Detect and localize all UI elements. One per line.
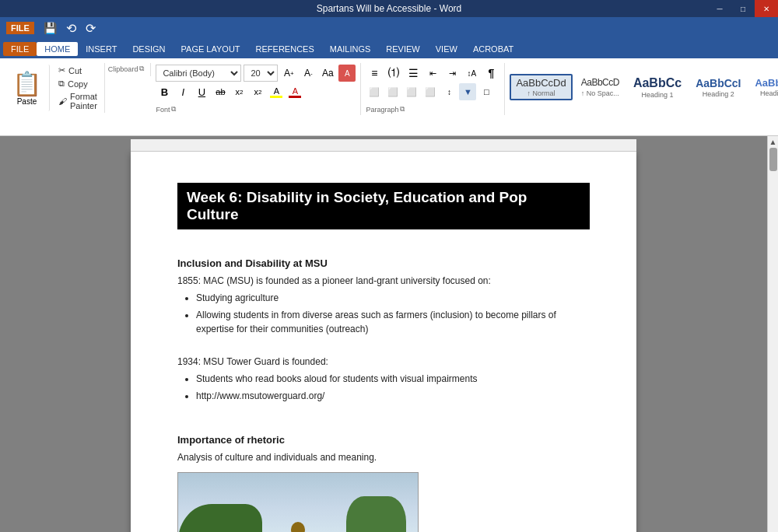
style-no-spacing[interactable]: AaBbCcD ↑ No Spac... <box>576 75 625 100</box>
section-gap-1 <box>177 245 590 257</box>
clipboard-group: 📋 Paste ✂ Cut ⧉ Copy 🖌 Format Painter <box>3 63 105 113</box>
menu-page-layout[interactable]: PAGE LAYOUT <box>173 42 248 56</box>
font-size-select[interactable]: 20 81012141618 <box>244 65 278 82</box>
style-heading3[interactable]: AaBbCcI Heading 3 <box>749 75 778 100</box>
format-painter-button[interactable]: 🖌 Format Painter <box>56 91 100 111</box>
scroll-up-arrow[interactable]: ▲ <box>769 138 777 146</box>
bullets-button[interactable]: ≡ <box>366 65 383 82</box>
section-1-para-1: 1855: MAC (MSU) is founded as a pioneer … <box>177 274 590 288</box>
no-spacing-preview: AaBbCcD <box>581 77 619 89</box>
document-scroll-area: Week 6: Disability in Society, Education… <box>0 136 767 532</box>
menu-mailings[interactable]: MAILINGS <box>322 42 379 56</box>
change-case-button[interactable]: Aa <box>319 65 336 82</box>
ruler <box>131 139 636 152</box>
section-1-para-2: 1934: MSU Tower Guard is founded: <box>177 355 590 369</box>
line-spacing-button[interactable]: ↕ <box>440 83 457 100</box>
copy-icon: ⧉ <box>58 79 65 89</box>
align-right-button[interactable]: ⬜ <box>403 83 420 100</box>
font-expand-icon[interactable]: ⧉ <box>171 105 176 114</box>
section-1-bullets-2: Students who read books aloud for studen… <box>196 372 590 403</box>
bullet-2-1: Students who read books aloud for studen… <box>196 372 590 386</box>
underline-button[interactable]: U <box>193 83 210 100</box>
paragraph-group: ≡ ⑴ ☰ ⇤ ⇥ ↕A ¶ ⬜ ⬜ ⬜ ⬜ ↕ ▼ □ Paragraph ⧉ <box>361 63 505 115</box>
menu-view[interactable]: VIEW <box>428 42 465 56</box>
close-button[interactable]: ✕ <box>755 0 778 17</box>
para-row-1: ≡ ⑴ ☰ ⇤ ⇥ ↕A ¶ <box>366 65 499 82</box>
scissors-icon: ✂ <box>58 65 65 75</box>
justify-button[interactable]: ⬜ <box>422 83 439 100</box>
font-group: Calibri (Body) Arial Times New Roman 20 … <box>151 63 361 115</box>
subscript-button[interactable]: x2 <box>230 83 247 100</box>
decrease-font-button[interactable]: A- <box>300 65 317 82</box>
document-page: Week 6: Disability in Society, Education… <box>131 152 636 532</box>
cut-button[interactable]: ✂ Cut <box>56 65 100 76</box>
heading1-preview: AaBbCc <box>633 75 682 92</box>
menu-bar: FILE HOME INSERT DESIGN PAGE LAYOUT REFE… <box>0 39 778 58</box>
increase-indent-button[interactable]: ⇥ <box>443 65 461 82</box>
minimize-button[interactable]: ─ <box>708 0 731 17</box>
text-highlight-button[interactable]: A <box>268 83 285 100</box>
font-name-select[interactable]: Calibri (Body) Arial Times New Roman <box>156 65 241 82</box>
clipboard-label: Clipboard ⧉ <box>105 63 148 75</box>
menu-references[interactable]: REFERENCES <box>248 42 322 56</box>
clear-format-button[interactable]: A <box>338 65 356 82</box>
paste-label: Paste <box>17 97 37 106</box>
normal-label: ↑ Normal <box>527 89 555 97</box>
no-spacing-label: ↑ No Spac... <box>581 89 619 97</box>
align-center-button[interactable]: ⬜ <box>384 83 401 100</box>
document-image-container <box>177 472 590 532</box>
section-1-heading: Inclusion and Disability at MSU <box>177 257 590 269</box>
bold-button[interactable]: B <box>156 83 173 100</box>
superscript-button[interactable]: x2 <box>249 83 266 100</box>
align-left-button[interactable]: ⬜ <box>366 83 383 100</box>
title-bar: Spartans Will be Accessible - Word ─ □ ✕ <box>0 0 778 17</box>
statue-image <box>177 472 419 532</box>
decrease-indent-button[interactable]: ⇤ <box>424 65 441 82</box>
increase-font-button[interactable]: A+ <box>280 65 297 82</box>
title-bar-text: Spartans Will be Accessible - Word <box>317 3 462 14</box>
strikethrough-button[interactable]: ab <box>212 83 229 100</box>
paste-button[interactable]: 📋 Paste <box>8 65 50 111</box>
para-expand-icon[interactable]: ⧉ <box>400 105 405 114</box>
file-button[interactable]: FILE <box>6 22 34 34</box>
main-content: Week 6: Disability in Society, Education… <box>0 136 778 532</box>
show-marks-button[interactable]: ¶ <box>482 65 499 82</box>
scroll-thumb[interactable] <box>769 148 777 171</box>
italic-button[interactable]: I <box>174 83 191 100</box>
multilevel-button[interactable]: ☰ <box>405 65 422 82</box>
section-gap-3 <box>177 409 590 422</box>
para-row-2: ⬜ ⬜ ⬜ ⬜ ↕ ▼ □ <box>366 83 499 100</box>
borders-button[interactable]: □ <box>478 83 495 100</box>
heading2-label: Heading 2 <box>703 90 734 98</box>
menu-home[interactable]: HOME <box>37 42 78 56</box>
sort-button[interactable]: ↕A <box>463 65 480 82</box>
paste-icon: 📋 <box>12 70 41 97</box>
section-2-heading: Importance of rhetoric <box>177 434 590 446</box>
ribbon: 📋 Paste ✂ Cut ⧉ Copy 🖌 Format Painter <box>0 58 778 136</box>
menu-design[interactable]: DESIGN <box>124 42 173 56</box>
menu-acrobat[interactable]: ACROBAT <box>465 42 521 56</box>
tree-right <box>346 496 406 532</box>
maximize-button[interactable]: □ <box>731 0 755 17</box>
bullet-1-2: Allowing students in from diverse areas … <box>196 308 590 336</box>
menu-file[interactable]: FILE <box>3 42 37 56</box>
style-heading2[interactable]: AaBbCcI Heading 2 <box>690 74 746 100</box>
redo-quick-button[interactable]: ⟳ <box>82 19 99 37</box>
right-scrollbar[interactable]: ▲ <box>767 136 778 532</box>
style-normal[interactable]: AaBbCcDd ↑ Normal <box>510 74 572 101</box>
clipboard-small-buttons: ✂ Cut ⧉ Copy 🖌 Format Painter <box>53 65 100 111</box>
menu-review[interactable]: REVIEW <box>378 42 427 56</box>
window-controls: ─ □ ✕ <box>708 0 778 17</box>
numbering-button[interactable]: ⑴ <box>385 65 402 82</box>
save-quick-button[interactable]: 💾 <box>40 20 60 36</box>
shading-button[interactable]: ▼ <box>459 83 476 100</box>
clipboard-expand-icon[interactable]: ⧉ <box>139 65 144 73</box>
section-gap-4 <box>177 422 590 434</box>
bullet-1-1: Studying agriculture <box>196 291 590 305</box>
style-heading1[interactable]: AaBbCc Heading 1 <box>628 73 687 102</box>
font-color-button[interactable]: A <box>286 83 303 100</box>
heading3-preview: AaBbCcI <box>755 77 778 90</box>
undo-quick-button[interactable]: ⟲ <box>63 19 79 37</box>
copy-button[interactable]: ⧉ Copy <box>56 78 100 89</box>
menu-insert[interactable]: INSERT <box>78 42 124 56</box>
